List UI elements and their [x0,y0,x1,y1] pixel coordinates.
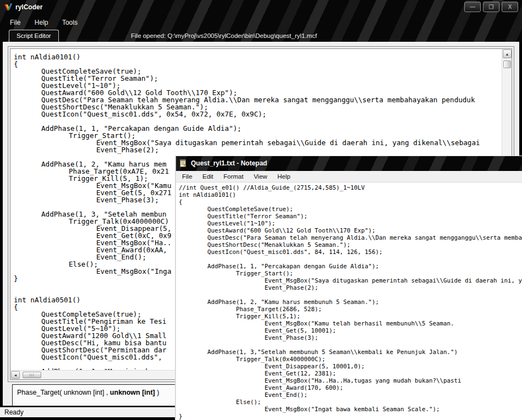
menu-item-file[interactable]: File [10,16,20,29]
main-window-chrome: rylCoder — ❐ X File Help Tools Script Ed… [0,0,522,42]
up-arrow-icon: ▲ [505,52,509,56]
menu-item-help[interactable]: Help [35,16,48,29]
notepad-titlebar[interactable]: Quest_ryl1.txt - Notepad [176,156,522,171]
close-button[interactable]: X [502,2,518,12]
notepad-menu-item-help[interactable]: Help [273,171,294,180]
tab-script-editor[interactable]: Script Editor [9,30,59,42]
notepad-menu-item-file[interactable]: File [178,171,196,180]
v-scrollbar-thumb[interactable] [503,60,511,68]
app-window: rylCoder — ❐ X File Help Tools Script Ed… [0,0,522,420]
scroll-up-button[interactable]: ▲ [503,49,512,58]
window-controls: — ❐ X [464,2,518,12]
phase-signature-prefix: Phase_Target( unknown [int] , [17,389,110,396]
scroll-left-button[interactable]: ◄ [11,371,20,379]
minimize-button[interactable]: — [464,2,481,12]
rylcoder-logo-icon [4,3,13,12]
notepad-menu-item-view[interactable]: View [250,171,271,180]
status-text: Ready [4,408,24,416]
notepad-window: Quest_ryl1.txt - Notepad File Edit Forma… [175,156,522,420]
tabstrip: Script Editor File opened: Q:\myProj\vs2… [0,29,522,42]
notepad-icon [179,159,188,168]
phase-signature-active-param: unknown [int] [110,389,155,396]
notepad-title: Quest_ryl1.txt - Notepad [191,159,267,167]
h-scrollbar-thumb[interactable] [23,372,41,378]
notepad-menu-item-format[interactable]: Format [219,171,247,180]
titlebar[interactable]: rylCoder — ❐ X [0,0,522,15]
notepad-menubar: File Edit Format View Help [176,171,522,183]
notepad-menu-item-edit[interactable]: Edit [199,171,217,180]
window-title: rylCoder [15,3,42,11]
phase-signature-suffix: ) [155,389,160,396]
left-arrow-icon: ◄ [14,373,18,377]
notepad-content-area: //int Quest_e01() //Aldia_Guide_(2715,24… [177,183,522,420]
menubar: File Help Tools [0,16,522,29]
notepad-text[interactable]: //int Quest_e01() //Aldia_Guide_(2715,24… [177,183,522,420]
menu-item-tools[interactable]: Tools [62,16,78,29]
maximize-button[interactable]: ❐ [483,2,499,12]
file-opened-label: File opened: Q:\myProj\vs2005\rylCoder\b… [131,32,317,39]
